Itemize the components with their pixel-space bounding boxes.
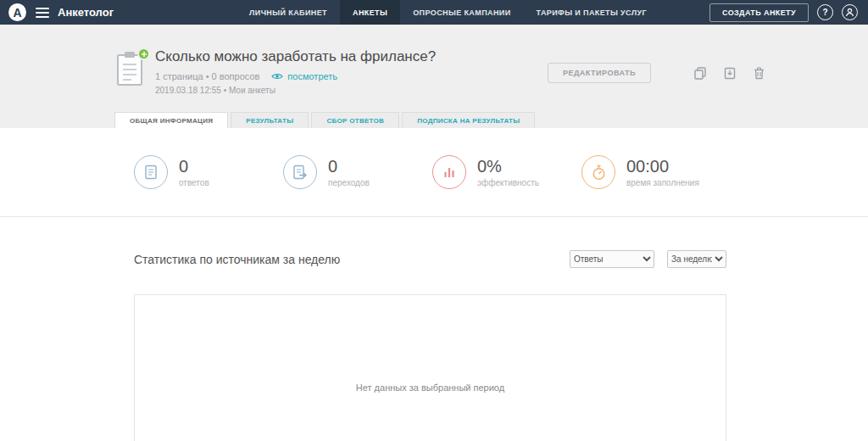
survey-header: Сколько можно заработать на фрилансе? 1 … <box>0 25 868 128</box>
new-survey-badge-icon <box>137 47 150 60</box>
survey-title: Сколько можно заработать на фрилансе? <box>155 48 436 65</box>
preview-link-label: посмотреть <box>287 71 337 81</box>
user-avatar-button[interactable] <box>842 4 858 20</box>
stat-value: 00:00 <box>626 158 699 175</box>
edit-button[interactable]: РЕДАКТИРОВАТЬ <box>548 63 651 83</box>
survey-actions: РЕДАКТИРОВАТЬ <box>548 63 766 83</box>
copy-icon <box>694 67 706 80</box>
topbar: A Анкетолог ЛИЧНЫЙ КАБИНЕТ АНКЕТЫ ОПРОСН… <box>0 0 868 25</box>
stat-answers: 0 ответов <box>134 155 283 189</box>
answers-icon <box>134 155 168 189</box>
help-button[interactable]: ? <box>817 4 833 20</box>
chart-empty-state: Нет данных за выбранный период <box>134 294 726 441</box>
tab-results[interactable]: РЕЗУЛЬТАТЫ <box>231 112 309 128</box>
user-icon <box>845 8 854 17</box>
stat-label: время заполнения <box>626 178 699 187</box>
app-logo-icon[interactable]: A <box>8 3 26 21</box>
stat-value: 0 <box>179 158 209 175</box>
create-survey-button[interactable]: СОЗДАТЬ АНКЕТУ <box>709 3 809 22</box>
statistics-title: Статистика по источникам за неделю <box>134 253 340 266</box>
nav-item-personal-cabinet[interactable]: ЛИЧНЫЙ КАБИНЕТ <box>236 0 340 25</box>
main-nav: ЛИЧНЫЙ КАБИНЕТ АНКЕТЫ ОПРОСНЫЕ КАМПАНИИ … <box>236 0 659 25</box>
topbar-right: СОЗДАТЬ АНКЕТУ ? <box>709 3 858 22</box>
menu-icon[interactable] <box>36 8 49 18</box>
empty-message: Нет данных за выбранный период <box>356 382 504 393</box>
stat-value: 0 <box>328 158 370 175</box>
stat-label: переходов <box>328 178 370 187</box>
duplicate-survey-button[interactable] <box>693 65 708 81</box>
tab-collect-answers[interactable]: СБОР ОТВЕТОВ <box>311 112 399 128</box>
nav-item-tariffs[interactable]: ТАРИФЫ И ПАКЕТЫ УСЛУГ <box>524 0 659 25</box>
trash-icon <box>754 67 765 80</box>
statistics-filters: Ответы За неделю <box>570 250 726 268</box>
stat-label: ответов <box>179 178 209 187</box>
transitions-icon <box>283 155 317 189</box>
delete-survey-button[interactable] <box>752 65 766 81</box>
bar-chart-icon <box>432 155 466 189</box>
stats-band: 0 ответов 0 переходов 0% эффективность 0… <box>0 128 868 217</box>
stat-effectiveness: 0% эффективность <box>432 155 581 189</box>
stat-transitions: 0 переходов <box>283 155 432 189</box>
tab-results-subscription[interactable]: ПОДПИСКА НА РЕЗУЛЬТАТЫ <box>402 112 535 128</box>
archive-icon <box>724 67 736 80</box>
tab-general-info[interactable]: ОБЩАЯ ИНФОРМАЦИЯ <box>114 112 228 128</box>
eye-icon <box>271 72 283 81</box>
stat-value: 0% <box>477 158 539 175</box>
preview-link[interactable]: посмотреть <box>271 71 337 81</box>
period-select[interactable]: За неделю <box>667 250 726 268</box>
archive-survey-button[interactable] <box>722 65 737 81</box>
stat-label: эффективность <box>477 178 539 187</box>
statistics-section: Статистика по источникам за неделю Ответ… <box>0 217 868 441</box>
stopwatch-icon <box>581 155 615 189</box>
tab-bar: ОБЩАЯ ИНФОРМАЦИЯ РЕЗУЛЬТАТЫ СБОР ОТВЕТОВ… <box>114 112 868 128</box>
stat-fill-time: 00:00 время заполнения <box>581 155 731 189</box>
metric-select[interactable]: Ответы <box>570 250 654 268</box>
nav-item-surveys[interactable]: АНКЕТЫ <box>340 0 400 25</box>
survey-meta: 1 страница • 0 вопросов <box>155 71 259 81</box>
nav-item-campaigns[interactable]: ОПРОСНЫЕ КАМПАНИИ <box>400 0 523 25</box>
survey-clipboard-icon <box>114 50 145 87</box>
brand-name[interactable]: Анкетолог <box>58 6 114 19</box>
survey-date-folder: 2019.03.18 12:55 • Мои анкеты <box>155 86 436 95</box>
